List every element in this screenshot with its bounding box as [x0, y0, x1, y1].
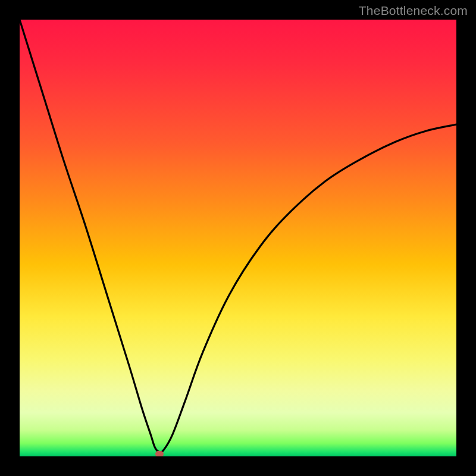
- optimal-point-marker: [155, 451, 164, 456]
- watermark-text: TheBottleneck.com: [359, 4, 468, 18]
- plot-area: [20, 20, 456, 456]
- chart-frame: TheBottleneck.com: [0, 0, 476, 476]
- bottleneck-curve: [20, 20, 456, 456]
